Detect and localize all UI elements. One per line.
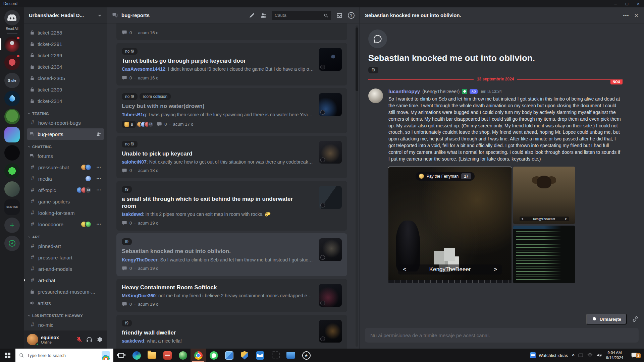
forum-post-card-heavy-containment[interactable]: Heavy Containment Room Softlock MrKingDi… <box>116 279 347 312</box>
post-thumbnail[interactable] <box>319 186 342 209</box>
add-server-button[interactable]: + <box>4 218 20 233</box>
forum-scrollbar[interactable] <box>356 25 358 347</box>
task-view-button[interactable] <box>113 349 129 362</box>
new-post-icon[interactable] <box>249 12 255 19</box>
channel-art-and-models[interactable]: #art-and-models <box>27 263 104 275</box>
user-settings-button[interactable] <box>95 335 104 344</box>
server-icon-green[interactable] <box>4 163 20 179</box>
channel-ticket-2258[interactable]: ticket-2258 <box>27 27 104 38</box>
channel-closed-2305[interactable]: closed-2305 <box>27 72 104 84</box>
channel-pressurehead-museum[interactable]: pressurehead-museum-... <box>27 286 104 297</box>
channel-forums[interactable]: forums <box>27 150 104 162</box>
thread-close-icon[interactable]: × <box>634 12 639 19</box>
taskbar-icon-blue-folder[interactable] <box>283 349 299 362</box>
message-author-avatar[interactable] <box>368 88 383 103</box>
mute-microphone-button[interactable] <box>74 335 84 344</box>
taskbar-icon-defender[interactable] <box>237 349 252 362</box>
read-all-label[interactable]: Read All <box>6 27 18 31</box>
channel-looking-for-team[interactable]: #looking-for-team <box>27 207 104 219</box>
channel-media[interactable]: #media ••• <box>27 173 104 184</box>
forum-post-card-keycard[interactable]: no f9 Unable to pick up keycard salohciN… <box>116 136 347 178</box>
channel-no-mic[interactable]: #no-mic <box>27 319 104 330</box>
channel-pinned-art[interactable]: #pinned-art <box>27 240 104 252</box>
user-avatar[interactable] <box>27 334 38 345</box>
taskbar-icon-store[interactable] <box>160 349 175 362</box>
channel-art-chat[interactable]: #art-chat <box>27 275 104 286</box>
server-icon-frog[interactable] <box>4 109 20 124</box>
message-author[interactable]: lucanthropyy <box>388 88 420 94</box>
follow-button[interactable]: Urmărește <box>586 314 627 324</box>
post-thumbnail[interactable] <box>319 48 342 71</box>
attachment-image-terminal[interactable] <box>513 226 575 283</box>
channel-game-spoilers[interactable]: #game-spoilers <box>27 196 104 207</box>
channel-off-topic[interactable]: #off-topic +3 ••• <box>27 184 104 196</box>
server-icon-droplet[interactable] <box>4 91 20 106</box>
taskbar-icon-file-explorer[interactable] <box>144 349 160 362</box>
server-icon-scav-hub[interactable]: SCAV HUB <box>4 199 20 215</box>
taskbar-search[interactable]: Type here to search <box>15 349 113 362</box>
channel-pressure-fanart[interactable]: #pressure-fanart <box>27 252 104 263</box>
forum-post-card-partial[interactable]: 0 · acum 16 o <box>116 23 347 40</box>
more-options-icon[interactable]: ••• <box>97 188 101 192</box>
action-center-button[interactable]: 2 <box>627 352 641 359</box>
post-thumbnail[interactable] <box>319 320 342 343</box>
server-icon-sule[interactable]: S-ule <box>4 73 20 88</box>
inbox-icon[interactable] <box>336 12 343 19</box>
wifi-icon[interactable] <box>587 353 593 358</box>
tray-display-icon[interactable] <box>579 354 583 357</box>
forum-post-card-slit[interactable]: f9 a small slit through which to exit be… <box>116 181 347 231</box>
section-i95[interactable]: I-95 INTERSTATE HIGHWAY <box>27 314 104 318</box>
taskbar-icon-whatsapp[interactable] <box>206 349 221 362</box>
forum-post-card-turret[interactable]: no f9 Turret bullets go through purple k… <box>116 43 347 85</box>
server-icon-black[interactable] <box>4 145 20 161</box>
invite-members-icon[interactable] <box>96 131 101 137</box>
discord-home-button[interactable] <box>4 10 20 25</box>
start-button[interactable] <box>0 349 15 362</box>
news-widget[interactable]: Watchlist ideas <box>530 352 568 358</box>
members-icon[interactable] <box>260 12 267 19</box>
show-hidden-icons-chevron[interactable]: ^ <box>572 353 575 358</box>
channel-artists[interactable]: artists <box>27 297 104 309</box>
weather-icon[interactable] <box>102 351 110 360</box>
taskbar-icon-photos[interactable] <box>221 349 237 362</box>
channel-ticket-2299[interactable]: ticket-2299 <box>27 50 104 61</box>
post-thumbnail[interactable] <box>319 238 342 261</box>
post-thumbnail[interactable] <box>319 284 342 307</box>
taskbar-clock[interactable]: 9:04 AM 9/14/2024 <box>606 350 623 360</box>
maximize-button[interactable]: □ <box>621 1 633 6</box>
help-icon[interactable]: ? <box>348 12 355 19</box>
channel-bug-reports[interactable]: bug-reports <box>27 128 104 140</box>
channel-how-to-report-bugs[interactable]: #how-to-report-bugs <box>27 117 104 128</box>
attachment-image-main[interactable]: Pay the Ferryman 17 < KengyTheDeeer > <box>388 167 512 283</box>
volume-icon[interactable] <box>597 353 602 358</box>
forum-post-card-sebastian[interactable]: f9 Sebastian knocked me out into oblivio… <box>116 233 347 276</box>
scrollbar-thumb[interactable] <box>356 27 358 91</box>
post-thumbnail[interactable] <box>319 141 342 164</box>
forum-post-list[interactable]: 0 · acum 16 o no f9 Turret bullets go th… <box>107 23 359 349</box>
link-icon[interactable] <box>632 316 639 322</box>
reaction-pill[interactable]: 8 <box>122 121 136 128</box>
user-info[interactable]: equinox Online <box>41 335 59 345</box>
channel-ticket-2314[interactable]: ticket-2314 <box>27 95 104 107</box>
channel-pressure-chat[interactable]: #pressure-chat ••• <box>27 162 104 173</box>
server-icon-purple[interactable] <box>4 127 20 142</box>
channel-looooooore[interactable]: #looooooore ••• <box>27 219 104 230</box>
forum-search[interactable] <box>272 11 331 20</box>
close-button[interactable]: × <box>633 1 644 6</box>
search-input[interactable] <box>275 13 322 18</box>
channel-ticket-2309[interactable]: ticket-2309 <box>27 84 104 95</box>
thread-more-icon[interactable]: ••• <box>623 13 629 18</box>
channel-ticket-2291[interactable]: ticket-2291 <box>27 38 104 50</box>
channel-ticket-2304[interactable]: ticket-2304 <box>27 61 104 72</box>
taskbar-icon-mail[interactable] <box>252 349 268 362</box>
server-icon-urbanshade[interactable] <box>4 37 20 52</box>
taskbar-icon-chrome[interactable] <box>191 349 206 362</box>
server-icon-gray[interactable] <box>4 181 20 197</box>
explore-servers-button[interactable] <box>4 236 20 251</box>
attachment-image-room[interactable]: < KengyTheDeeer > <box>513 167 575 224</box>
section-art[interactable]: ART <box>27 235 104 239</box>
more-options-icon[interactable]: ••• <box>97 166 101 169</box>
forum-post-card-friendly-wall-dweller[interactable]: f9 friendly wall dweller saakdewdwhat a … <box>116 315 347 349</box>
more-options-icon[interactable]: ••• <box>97 177 101 180</box>
taskbar-icon-favorites[interactable]: ★ <box>299 349 314 362</box>
